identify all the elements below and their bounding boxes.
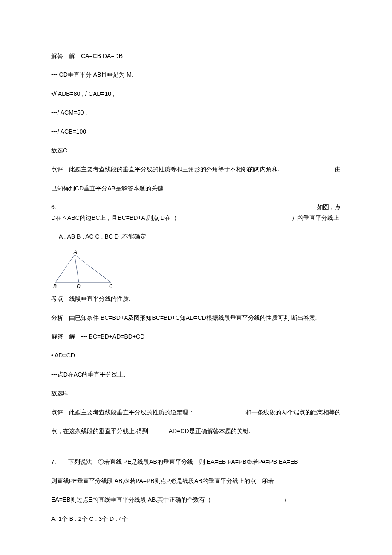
solution-line-4: •••/ ACM=50 , xyxy=(51,108,341,117)
q6-eval-row-1-left: 点评：此题主要考查线段垂直平分线的性质的逆定理： xyxy=(51,408,194,417)
vertex-b-label: B xyxy=(53,283,57,289)
q7-line-1: 7. 下列说法：①若直线 PE是线段AB的垂直平分线，则 EA=EB PA=PB… xyxy=(51,457,341,466)
eval-row-1-right: 由 xyxy=(335,164,341,174)
triangle-figure: A B D C xyxy=(51,250,341,289)
q6-row-1: 6. 如图，点 xyxy=(51,202,341,212)
q6-eval-row-1-right: 和一条线段的两个端点的距离相等的 xyxy=(245,408,341,417)
q6-topic: 考点：线段垂直平分线的性质. xyxy=(51,294,341,303)
q6-row-2: D在ㅿABC的边BC上，且BC=BD+A,则点 D在（ ）的垂直平分线上. xyxy=(51,213,341,222)
vertex-c-label: C xyxy=(109,283,113,289)
svg-line-1 xyxy=(75,255,111,282)
vertex-a-label: A xyxy=(73,250,77,255)
q6-solution-3: •••点D在AC的垂直平分线上. xyxy=(51,370,341,379)
solution-line-2: ••• CD垂直平分 AB且垂足为 M. xyxy=(51,70,341,79)
q6-eval-row-2: 点，在这条线段的垂直平分线上.得到 AD=CD是正确解答本题的关键. xyxy=(51,426,341,436)
q6-solution-2: • AD=CD xyxy=(51,351,341,360)
q6-row1-right: 如图，点 xyxy=(317,202,341,212)
q7-options: A. 1个 B . 2个 C . 3个 D . 4个 xyxy=(51,514,341,523)
q7-line-3-left: EA=EB则过点E的直线垂直平分线段 AB.其中正确的个数有（ xyxy=(51,495,211,504)
solution-line-3: •// ADB=80 , / CAD=10 , xyxy=(51,89,341,98)
q6-analysis: 分析：由已知条件 BC=BD+A及图形知BC=BD+C知AD=CD根据线段垂直平… xyxy=(51,313,341,322)
q6-eval-row-2-right: AD=CD是正确解答本题的关键. xyxy=(169,428,251,434)
q6-number: 6. xyxy=(51,202,56,212)
q6-eval-row-1: 点评：此题主要考查线段垂直平分线的性质的逆定理： 和一条线段的两个端点的距离相等… xyxy=(51,408,341,417)
q6-options: A . AB B . AC C . BC D .不能确定 xyxy=(51,232,341,241)
q7-line-3-right: ） xyxy=(284,495,341,504)
q6-row2-right: ）的垂直平分线上. xyxy=(291,213,341,222)
eval-row-1: 点评：此题主要考查线段的垂直平分线的性质等和三角形的外角等于不相邻的两内角和. … xyxy=(51,164,341,174)
vertex-d-label: D xyxy=(77,283,81,289)
q6-solution-1: 解答：解：••• BC=BD+AD=BD+CD xyxy=(51,332,341,341)
eval-row-2: 已知得到CD垂直平分AB是解答本题的关键. xyxy=(51,184,341,193)
eval-row-1-left: 点评：此题主要考查线段的垂直平分线的性质等和三角形的外角等于不相邻的两内角和. xyxy=(51,164,280,174)
solution-line-5: •••/ ACB=100 xyxy=(51,127,341,136)
q6-choice: 故选B. xyxy=(51,388,341,398)
q6-eval-row-2-left: 点，在这条线段的垂直平分线上.得到 xyxy=(51,428,148,434)
svg-line-3 xyxy=(75,255,79,282)
q6-row2-left: D在ㅿABC的边BC上，且BC=BD+A,则点 D在（ xyxy=(51,213,177,222)
svg-line-0 xyxy=(55,255,75,282)
q7-line-2: 则直线PE垂直平分线段 AB;③若PA=PB则点P必是线段AB的垂直平分线上的点… xyxy=(51,476,341,486)
triangle-svg: A B D C xyxy=(51,250,115,289)
solution-line-1: 解答：解：CA=CB DA=DB xyxy=(51,51,341,60)
solution-choice: 故选C xyxy=(51,146,341,155)
q7-line-3: EA=EB则过点E的直线垂直平分线段 AB.其中正确的个数有（ ） xyxy=(51,495,341,504)
